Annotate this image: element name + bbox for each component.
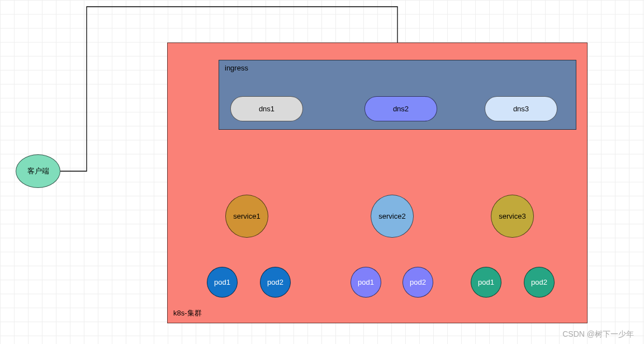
dns1-node: dns1 xyxy=(230,96,303,121)
service1-node: service1 xyxy=(225,195,268,238)
service1-pod2-node: pod2 xyxy=(260,267,291,298)
dns1-label: dns1 xyxy=(259,105,274,113)
dns2-label: dns2 xyxy=(393,105,409,113)
service3-pod1-node: pod1 xyxy=(471,267,501,298)
service2-pod1-node: pod1 xyxy=(351,267,381,298)
dns2-node: dns2 xyxy=(364,96,437,121)
service3-pod2-node: pod2 xyxy=(524,267,555,298)
service1-pod2-label: pod2 xyxy=(267,278,283,286)
k8s-cluster-label: k8s-集群 xyxy=(173,308,202,318)
client-label: 客户端 xyxy=(27,166,49,176)
service2-pod2-label: pod2 xyxy=(410,278,426,286)
service1-pod1-node: pod1 xyxy=(207,267,238,298)
service2-node: service2 xyxy=(371,195,414,238)
service3-pod2-label: pod2 xyxy=(531,278,547,286)
dns3-node: dns3 xyxy=(485,96,557,121)
service1-label: service1 xyxy=(233,212,260,220)
diagram-canvas: k8s-集群 ingress dns1 dns2 dns3 service1 s… xyxy=(0,0,644,344)
ingress-label: ingress xyxy=(225,64,248,72)
service1-pod1-label: pod1 xyxy=(214,278,230,286)
service3-pod1-label: pod1 xyxy=(478,278,494,286)
service3-label: service3 xyxy=(499,212,525,220)
service3-node: service3 xyxy=(491,195,534,238)
service2-label: service2 xyxy=(378,212,405,220)
service2-pod1-label: pod1 xyxy=(358,278,374,286)
service2-pod2-node: pod2 xyxy=(402,267,433,298)
client-node: 客户端 xyxy=(16,154,60,188)
watermark-text: CSDN @树下一少年 xyxy=(562,329,634,340)
dns3-label: dns3 xyxy=(513,105,529,113)
